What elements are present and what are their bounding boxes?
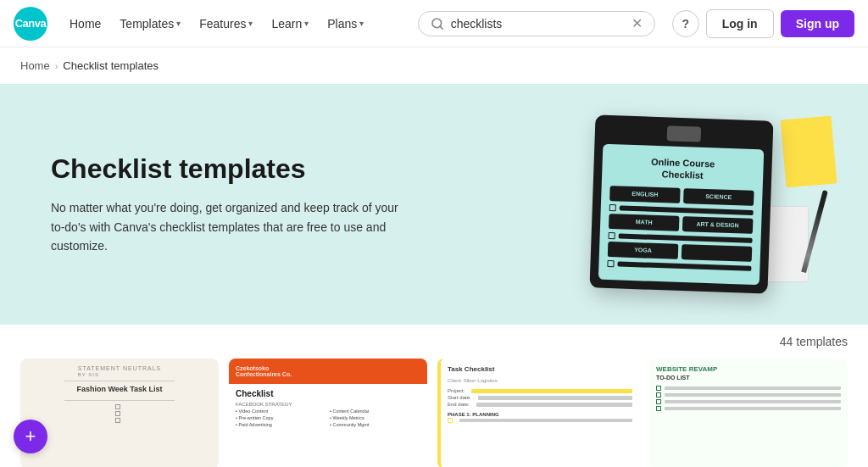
- checkbox-icon-3: [607, 260, 614, 267]
- card4-item-1: [656, 386, 841, 391]
- clipboard-title: Online CourseChecklist: [610, 154, 755, 184]
- card1-divider: [64, 381, 175, 381]
- nav-features[interactable]: Features ▾: [191, 12, 261, 36]
- checklist-row-3: YOGA: [608, 242, 753, 262]
- checklist-row-1: ENGLISH SCIENCE: [609, 186, 754, 206]
- card2-body: Checklist FACEBOOK STRATEGY • Video Cont…: [229, 384, 427, 432]
- card1-checkbox-icon-2: [115, 411, 120, 416]
- nav-learn[interactable]: Learn ▾: [263, 12, 317, 36]
- card2-subtitle: FACEBOOK STRATEGY: [236, 402, 420, 407]
- search-input[interactable]: [451, 17, 625, 31]
- card3-title: Task Checklist: [448, 365, 632, 373]
- search-icon: [431, 17, 444, 31]
- clipboard-mockup: Online CourseChecklist ENGLISH SCIENCE M…: [590, 114, 774, 293]
- templates-chevron-icon: ▾: [176, 19, 181, 28]
- search-bar: ✕: [418, 11, 655, 36]
- checklist-item-3: [607, 260, 751, 272]
- card2-col-2: • Content Calendar • Weekly Metrics • Co…: [330, 409, 420, 427]
- plans-chevron-icon: ▾: [359, 19, 364, 28]
- card3-task-1: [448, 417, 632, 423]
- breadcrumb: Home › Checklist templates: [0, 47, 868, 84]
- help-button[interactable]: ?: [672, 10, 699, 37]
- hero-description: No matter what you're doing, get organiz…: [51, 198, 407, 255]
- nav-links: Home Templates ▾ Features ▾ Learn ▾ Plan…: [61, 12, 411, 36]
- card1-checkbox-icon-3: [115, 418, 120, 423]
- card4-item-text-2: [665, 393, 841, 397]
- card4-content: WEBSITE REVAMP TO-DO LIST: [649, 359, 848, 420]
- clipboard-clip: [667, 125, 702, 142]
- clipboard-inner: Online CourseChecklist ENGLISH SCIENCE M…: [598, 144, 764, 285]
- card3-row-1: Project:: [448, 388, 632, 393]
- features-chevron-icon: ▾: [248, 19, 253, 28]
- breadcrumb-current: Checklist templates: [63, 59, 159, 72]
- checklist-line-3: [617, 261, 751, 271]
- checklist-line: [620, 205, 754, 215]
- checkbox-icon-2: [609, 232, 615, 239]
- card4-item-3: [656, 399, 841, 404]
- template-card-website[interactable]: WEBSITE REVAMP TO-DO LIST: [649, 359, 848, 467]
- templates-count: 44 templates: [0, 325, 868, 359]
- card3-row-3: End date:: [448, 402, 632, 407]
- card1-content: STATEMENT NEUTRALSBY SIS Fashion Week Ta…: [20, 359, 219, 431]
- card1-divider-2: [64, 400, 175, 401]
- logo-text: Canva: [15, 17, 47, 30]
- learn-chevron-icon: ▾: [304, 19, 309, 28]
- card1-top-text: STATEMENT NEUTRALSBY SIS: [78, 365, 162, 377]
- breadcrumb-separator-icon: ›: [55, 61, 58, 71]
- card2-columns: • Video Content • Pre-written Copy • Pai…: [236, 409, 420, 427]
- signup-button[interactable]: Sign up: [781, 10, 854, 37]
- hero-title: Checklist templates: [51, 153, 407, 185]
- card2-col-1: • Video Content • Pre-written Copy • Pai…: [236, 409, 326, 427]
- sticky-note-decoration: [781, 116, 837, 188]
- navbar: Canva Home Templates ▾ Features ▾ Learn …: [0, 0, 868, 47]
- breadcrumb-home-link[interactable]: Home: [20, 59, 50, 72]
- templates-grid: STATEMENT NEUTRALSBY SIS Fashion Week Ta…: [0, 359, 868, 467]
- card3-content: Task Checklist Client: Silver Logistics …: [441, 359, 639, 431]
- canva-logo[interactable]: Canva: [14, 7, 47, 41]
- card4-checkbox-icon-3: [656, 399, 661, 404]
- add-button[interactable]: +: [14, 420, 47, 453]
- card4-subtitle: TO-DO LIST: [656, 375, 841, 381]
- card1-title: Fashion Week Task List: [76, 385, 162, 393]
- card2-company: CzekotsokoConfectionaires Co.: [236, 365, 420, 377]
- hero-image: Online CourseChecklist ENGLISH SCIENCE M…: [546, 118, 817, 291]
- nav-right: ? Log in Sign up: [672, 9, 854, 38]
- checklist-row-2: MATH ART & DESIGN: [609, 214, 754, 234]
- card2-header: CzekotsokoConfectionaires Co.: [229, 359, 427, 384]
- checklist-cell-yoga: YOGA: [608, 242, 679, 259]
- checklist-cell-math: MATH: [609, 214, 680, 231]
- template-card-fashion[interactable]: STATEMENT NEUTRALSBY SIS Fashion Week Ta…: [20, 359, 219, 467]
- card1-item-1: [115, 404, 124, 409]
- svg-line-1: [440, 26, 442, 29]
- template-card-task[interactable]: Task Checklist Client: Silver Logistics …: [437, 359, 639, 467]
- nav-templates[interactable]: Templates ▾: [111, 12, 189, 36]
- checklist-cell-art: ART & DESIGN: [682, 216, 754, 234]
- card4-checkbox-icon-4: [656, 406, 661, 411]
- card4-checkbox-icon-2: [656, 392, 661, 398]
- card4-checkbox-icon: [656, 386, 661, 391]
- checklist-cell-science: SCIENCE: [683, 188, 754, 206]
- search-clear-icon[interactable]: ✕: [632, 17, 643, 31]
- card4-item-2: [656, 392, 841, 398]
- login-button[interactable]: Log in: [706, 9, 774, 38]
- template-card-business[interactable]: CzekotsokoConfectionaires Co. Checklist …: [229, 359, 427, 467]
- nav-home[interactable]: Home: [61, 12, 109, 36]
- card1-checkbox-icon: [115, 404, 120, 409]
- checklist-cell-english: ENGLISH: [609, 186, 681, 203]
- card1-item-2: [115, 411, 124, 416]
- card4-item-text-3: [665, 400, 841, 403]
- hero-text: Checklist templates No matter what you'r…: [51, 153, 407, 256]
- card2-title: Checklist: [236, 389, 420, 398]
- card1-item-3: [115, 418, 124, 423]
- nav-plans[interactable]: Plans ▾: [319, 12, 372, 36]
- checklist-line-2: [619, 233, 753, 243]
- card4-item-text: [665, 386, 841, 390]
- card4-item-text-4: [665, 407, 841, 410]
- card4-title: WEBSITE REVAMP: [656, 365, 841, 373]
- hero-section: Checklist templates No matter what you'r…: [0, 84, 868, 325]
- card3-row-2: Start date:: [448, 395, 632, 400]
- checklist-cell-empty: [682, 244, 753, 262]
- checkbox-icon: [609, 204, 616, 211]
- card4-item-4: [656, 406, 841, 411]
